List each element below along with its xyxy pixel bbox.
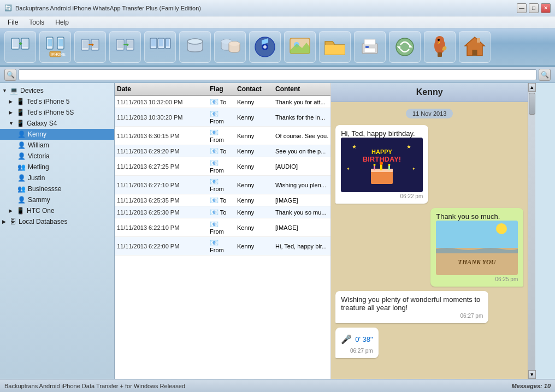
titlebar-title: 🔄 Backuptrans Android iPhone WhatsApp Tr…	[4, 4, 201, 11]
toolbar-home[interactable]	[459, 31, 491, 63]
table-row[interactable]: 11/11/2013 10:32:00 PM 📧 To Kenny Thank …	[115, 96, 330, 108]
toolbar-folder[interactable]	[319, 31, 351, 63]
sidebar-item-devices[interactable]: ▼ 💻 Devices	[0, 85, 114, 96]
main-content: ▼ 💻 Devices ▶ 📱 Ted's iPhone 5 ▶ 📱 Ted's…	[0, 83, 555, 379]
svg-point-70	[496, 223, 507, 234]
sammy-label: Sammy	[28, 196, 50, 204]
justin-label: Justin	[28, 174, 45, 182]
sidebar-item-justin[interactable]: 👤 Justin	[0, 173, 114, 183]
scroll-up-arrow[interactable]: ▲	[528, 83, 536, 92]
chat-scrollbar[interactable]: ▲ ▼	[528, 83, 535, 379]
bubble-time: 06:22 pm	[341, 193, 423, 199]
maximize-button[interactable]: □	[529, 3, 539, 13]
app-title: Backuptrans Android iPhone WhatsApp Tran…	[15, 5, 201, 11]
toolbar-devices[interactable]	[144, 31, 176, 63]
toolbar-photos[interactable]	[284, 31, 316, 63]
menu-file[interactable]: File	[2, 17, 23, 27]
devices-label: Devices	[20, 87, 44, 94]
table-row[interactable]: 11/11/2013 6:25:35 PM 📧 To Kenny [IMAGE]	[115, 194, 330, 206]
msg-date: 11/11/2013 10:30:20 PM	[115, 114, 208, 121]
svg-rect-50	[477, 38, 480, 43]
msg-contact: Kenny	[235, 99, 273, 105]
menubar: File Tools Help	[0, 16, 555, 28]
flag-text: To	[220, 99, 227, 105]
table-row[interactable]: 11/11/2013 6:22:10 PM 📧 From Kenny [IMAG…	[115, 218, 330, 237]
iphone5-label: Ted's iPhone 5	[27, 98, 69, 105]
flag-text: To	[220, 197, 227, 204]
iphone5-arrow: ▶	[9, 99, 14, 104]
close-button[interactable]: ✕	[541, 3, 551, 13]
menu-help[interactable]: Help	[50, 17, 74, 27]
svg-rect-40	[364, 48, 375, 52]
svg-rect-6	[48, 39, 52, 46]
svg-rect-1	[13, 39, 18, 47]
scroll-thumb[interactable]	[529, 93, 535, 115]
sidebar-item-local-databases[interactable]: ▶ 🗄 Local Databases	[0, 216, 114, 227]
sidebar-item-htc-one[interactable]: ▶ 📱 HTC One	[0, 205, 114, 216]
birthday-image: HAPPY BIRTHDAY!	[341, 138, 423, 192]
msg-flag: 📧 To	[208, 147, 235, 155]
htc-icon: 📱	[16, 207, 25, 215]
toolbar-android-transfer[interactable]	[4, 31, 36, 63]
msg-contact: Kenny	[235, 224, 273, 231]
toolbar-import[interactable]	[74, 31, 106, 63]
scroll-down-arrow[interactable]: ▼	[528, 370, 536, 379]
william-label: William	[28, 141, 49, 149]
table-row[interactable]: 11/11/2013 10:30:20 PM 📧 From Kenny Than…	[115, 108, 330, 127]
toolbar-parrot[interactable]	[424, 31, 456, 63]
msg-flag: 📧 From	[208, 159, 235, 174]
toolbar-print[interactable]	[354, 31, 386, 63]
table-row[interactable]: 11/11/2013 6:22:00 PM 📧 From Kenny Hi, T…	[115, 237, 330, 256]
svg-rect-12	[82, 40, 88, 48]
search-left-icon[interactable]: 🔍	[4, 69, 16, 81]
svg-rect-41	[364, 39, 375, 45]
metling-label: Metling	[28, 163, 49, 171]
msg-contact: Kenny	[235, 197, 273, 204]
toolbar-music[interactable]	[249, 31, 281, 63]
sidebar-item-metling[interactable]: 👥 Metling	[0, 162, 114, 173]
table-row[interactable]: 11/11/2013 6:25:30 PM 📧 To Kenny Thank y…	[115, 206, 330, 218]
htc-arrow: ▶	[9, 208, 14, 213]
table-row[interactable]: 11/11/2013 6:27:25 PM 📧 From Kenny [AUDI…	[115, 157, 330, 176]
sidebar-item-teds-iphone5s[interactable]: ▶ 📱 Ted's iPhone 5S	[0, 107, 114, 118]
msg-contact: Kenny	[235, 182, 273, 188]
sidebar-item-businessse[interactable]: 👥 Businessse	[0, 183, 114, 194]
iphone5s-arrow: ▶	[9, 110, 14, 115]
chat-panel-container: Kenny 11 Nov 2013 Hi, Ted, happy birthda…	[331, 83, 535, 379]
toolbar-export[interactable]	[109, 31, 141, 63]
sidebar-item-galaxy-s4[interactable]: ▼ 📱 Galaxy S4	[0, 118, 114, 129]
svg-point-32	[229, 41, 240, 46]
toolbar-database2[interactable]	[214, 31, 246, 63]
svg-text:IPHONE: IPHONE	[51, 52, 66, 56]
svg-point-46	[438, 39, 440, 41]
svg-rect-55	[371, 170, 393, 184]
table-row[interactable]: 11/11/2013 6:29:20 PM 📧 To Kenny See you…	[115, 145, 330, 157]
sidebar-item-kenny[interactable]: 👤 Kenny	[0, 129, 114, 140]
sidebar-item-william[interactable]: 👤 William	[0, 140, 114, 151]
localdb-label: Local Databases	[19, 218, 67, 225]
menu-tools[interactable]: Tools	[23, 17, 50, 27]
msg-flag: 📧 From	[208, 177, 235, 192]
table-row[interactable]: 11/11/2013 6:30:15 PM 📧 From Kenny Of co…	[115, 127, 330, 145]
kenny-label: Kenny	[28, 130, 46, 138]
sidebar-item-victoria[interactable]: 👤 Victoria	[0, 151, 114, 162]
toolbar-database1[interactable]	[179, 31, 211, 63]
minimize-button[interactable]: —	[517, 3, 527, 13]
businessse-label: Businessse	[28, 185, 61, 193]
toolbar-phone-transfer[interactable]: IPHONE	[39, 31, 71, 63]
toolbar-recycle[interactable]	[389, 31, 421, 63]
msg-date: 11/11/2013 6:27:10 PM	[115, 182, 208, 188]
searchbar: 🔍 🔍	[0, 67, 555, 83]
sidebar-item-teds-iphone5[interactable]: ▶ 📱 Ted's iPhone 5	[0, 96, 114, 107]
sidebar-item-sammy[interactable]: 👤 Sammy	[0, 194, 114, 205]
msg-content: [AUDIO]	[273, 163, 330, 170]
chat-messages[interactable]: 11 Nov 2013 Hi, Ted, happy birthday. HAP	[331, 102, 528, 379]
header-content: Content	[273, 85, 330, 93]
kenny-icon: 👤	[17, 130, 26, 138]
table-row[interactable]: 11/11/2013 6:27:10 PM 📧 From Kenny Wishi…	[115, 176, 330, 194]
search-input[interactable]	[19, 69, 536, 80]
content-area: Date Flag Contact Content 11/11/2013 10:…	[115, 83, 535, 379]
search-right-icon[interactable]: 🔍	[539, 69, 551, 81]
flag-text: From	[210, 167, 224, 174]
thankyou-image: THANK YOU	[436, 221, 518, 275]
